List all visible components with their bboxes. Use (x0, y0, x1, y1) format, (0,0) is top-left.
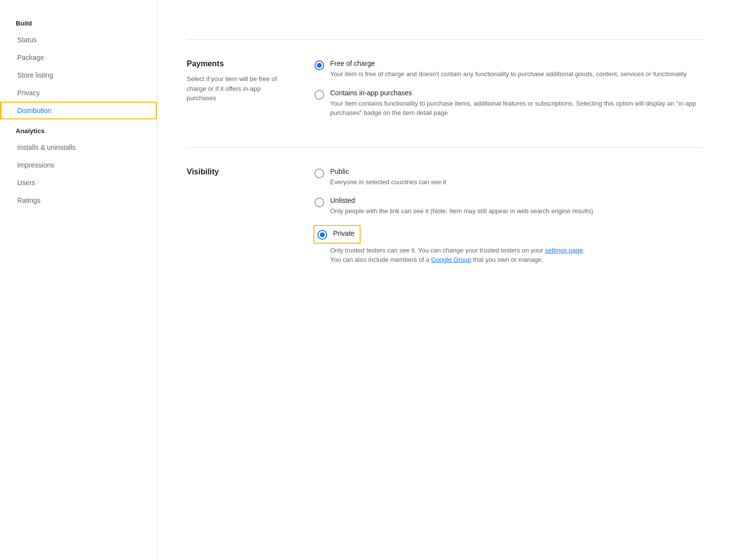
section-visibility: VisibilityPublicEveryone in selected cou… (187, 147, 703, 296)
radio-title-free-of-charge: Free of charge (330, 59, 703, 67)
radio-option-public: PublicEveryone in selected countries can… (314, 168, 703, 187)
radio-option-free-of-charge: Free of chargeYour item is free of charg… (314, 59, 703, 79)
radio-option-unlisted: UnlistedOnly people with the link can se… (314, 196, 703, 216)
main-content: PaymentsSelect if your item will be free… (157, 0, 732, 560)
sidebar: BuildStatusPackageStore listingPrivacyDi… (0, 0, 157, 560)
settings-page-link[interactable]: settings page (545, 247, 583, 254)
section-label-payments: Payments (187, 59, 285, 68)
sidebar-item-store-listing[interactable]: Store listing (0, 66, 157, 84)
sidebar-item-status[interactable]: Status (0, 31, 157, 49)
sidebar-section-analytics: Analytics (0, 119, 157, 139)
radio-title-unlisted: Unlisted (330, 196, 703, 204)
sidebar-item-users[interactable]: Users (0, 174, 157, 192)
radio-free-of-charge[interactable] (314, 60, 324, 70)
radio-desc-public: Everyone in selected countries can see i… (330, 177, 703, 187)
radio-contains-in-app[interactable] (314, 90, 324, 100)
section-description-payments: Select if your item will be free of char… (187, 74, 285, 103)
radio-desc-unlisted: Only people with the link can see it (No… (330, 206, 703, 216)
radio-desc-contains-in-app: Your item contains functionality to purc… (330, 99, 703, 118)
sidebar-item-distribution[interactable]: Distribution (0, 102, 157, 119)
radio-public[interactable] (314, 168, 324, 178)
sidebar-item-installs-uninstalls[interactable]: Installs & uninstalls (0, 139, 157, 156)
radio-desc-free-of-charge: Your item is free of charge and doesn't … (330, 69, 703, 79)
google-group-link[interactable]: Google Group (431, 256, 471, 263)
section-label-visibility: Visibility (187, 168, 285, 176)
radio-unlisted[interactable] (314, 197, 324, 207)
radio-option-private: PrivateOnly trusted testers can see it. … (314, 226, 703, 265)
sidebar-item-ratings[interactable]: Ratings (0, 192, 157, 209)
sidebar-item-privacy[interactable]: Privacy (0, 84, 157, 102)
radio-private[interactable] (317, 230, 327, 240)
radio-title-contains-in-app: Contains in-app purchases (330, 89, 703, 97)
radio-option-contains-in-app: Contains in-app purchasesYour item conta… (314, 89, 703, 118)
radio-desc-private: Only trusted testers can see it. You can… (330, 246, 703, 265)
radio-title-private: Private (333, 229, 355, 237)
section-payments: PaymentsSelect if your item will be free… (187, 39, 703, 147)
radio-title-public: Public (330, 168, 703, 175)
sidebar-item-impressions[interactable]: Impressions (0, 156, 157, 174)
sidebar-item-package[interactable]: Package (0, 49, 157, 66)
sidebar-section-build: Build (0, 12, 157, 31)
